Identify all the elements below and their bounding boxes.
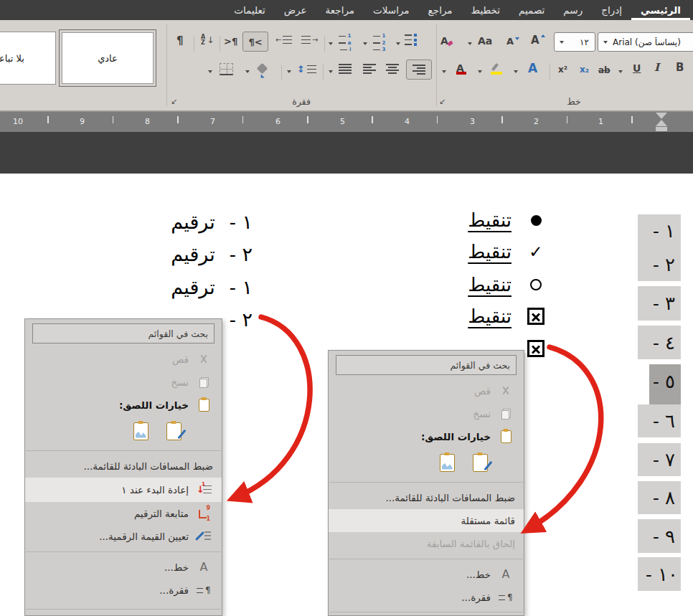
- tab-help[interactable]: تعليمات: [225, 0, 274, 20]
- font-dialog-launcher[interactable]: ↙: [439, 97, 446, 106]
- shading-dropdown[interactable]: [245, 70, 250, 73]
- tab-design[interactable]: تصميم: [509, 0, 554, 20]
- side-number-item[interactable]: ٢ -: [638, 247, 681, 281]
- menu-item-adjust-list-indents[interactable]: ضبط المسافات البادئة للقائمة...: [329, 486, 524, 509]
- menu-item-join-previous-list[interactable]: إلحاق بالقائمة السابقة: [329, 532, 524, 555]
- shading-button[interactable]: [257, 63, 268, 75]
- menu-item-paragraph[interactable]: فقرة...: [25, 579, 222, 602]
- menu-search-input[interactable]: [32, 323, 214, 343]
- menu-item-continue-numbering[interactable]: 1 متابعة الترقيم: [25, 502, 222, 525]
- highlight-button[interactable]: [491, 63, 502, 75]
- grow-font-button[interactable]: A: [531, 34, 539, 47]
- right-arrow-icon: →: [312, 36, 318, 44]
- tab-home[interactable]: الرئيسي: [631, 0, 690, 20]
- text-effects-button[interactable]: A: [528, 61, 537, 75]
- side-number-item[interactable]: ٣ -: [638, 286, 681, 321]
- font-color-button[interactable]: A: [456, 62, 464, 74]
- numbered-list-item[interactable]: ٢ - ترقيم: [171, 243, 253, 265]
- bullet-list-item[interactable]: تنقيط: [468, 274, 547, 295]
- menu-item-cut[interactable]: قص: [329, 379, 524, 402]
- line-spacing-button[interactable]: ↕: [297, 64, 316, 75]
- menu-item-copy[interactable]: نسخ: [25, 371, 222, 394]
- show-marks-button[interactable]: ¶: [176, 34, 184, 47]
- clear-formatting-button[interactable]: A: [440, 35, 448, 47]
- tab-references[interactable]: مراجع: [419, 0, 462, 20]
- numbered-list-item[interactable]: ١ - ترقيم: [171, 211, 253, 233]
- rtl-direction-button[interactable]: ¶<: [242, 32, 268, 52]
- side-number-item[interactable]: ٤ -: [638, 326, 681, 359]
- highlight-dropdown[interactable]: [478, 70, 482, 73]
- tab-layout[interactable]: تخطيط: [462, 0, 509, 20]
- menu-item-separate-list[interactable]: قائمة مستقلة: [329, 509, 524, 532]
- borders-button[interactable]: [220, 63, 233, 75]
- side-number-item-selected[interactable]: ٥ -: [638, 364, 681, 399]
- bullet-list-dropdown[interactable]: [396, 42, 400, 45]
- bullet-list-button[interactable]: [405, 34, 417, 46]
- increase-indent-button[interactable]: →: [301, 36, 318, 44]
- align-left-button[interactable]: [363, 64, 376, 74]
- underline-button[interactable]: U: [633, 62, 641, 74]
- decrease-indent-button[interactable]: ←: [275, 36, 292, 44]
- menu-item-cut[interactable]: قص: [25, 348, 222, 371]
- change-case-button[interactable]: Aa: [478, 35, 492, 47]
- borders-dropdown[interactable]: [208, 70, 212, 73]
- underline-dropdown[interactable]: [618, 70, 623, 73]
- paste-picture-button[interactable]: [436, 450, 458, 475]
- first-line-indent-marker[interactable]: [656, 113, 667, 119]
- tab-view[interactable]: عرض: [275, 0, 316, 20]
- line-spacing-dropdown[interactable]: [287, 70, 291, 73]
- menu-item-paragraph[interactable]: فقرة...: [329, 586, 524, 609]
- tab-mailings[interactable]: مراسلات: [364, 0, 419, 20]
- change-case-dropdown[interactable]: [468, 42, 472, 45]
- font-size-combobox[interactable]: ١٢: [554, 32, 595, 52]
- font-name-combobox[interactable]: Arial (نص أساسي): [598, 32, 693, 52]
- menu-item-adjust-list-indents[interactable]: ضبط المسافات البادئة للقائمة...: [25, 455, 222, 478]
- subscript-button[interactable]: x₂: [580, 65, 589, 75]
- italic-button[interactable]: I: [654, 61, 659, 74]
- font-letter-icon: [194, 561, 213, 573]
- side-number-item[interactable]: ٨ -: [638, 481, 681, 514]
- menu-item-copy[interactable]: نسخ: [329, 402, 524, 425]
- shrink-font-button[interactable]: A: [506, 36, 514, 47]
- text-effects-dropdown[interactable]: [514, 70, 518, 73]
- multilevel-list-button[interactable]: [339, 34, 351, 52]
- bold-button[interactable]: B: [676, 61, 684, 74]
- side-number-item[interactable]: ٩ -: [638, 519, 681, 553]
- paste-picture-button[interactable]: [130, 419, 151, 443]
- strikethrough-button[interactable]: ab: [598, 65, 610, 75]
- numbered-list-button[interactable]: [373, 34, 385, 52]
- tab-draw[interactable]: رسم: [554, 0, 592, 20]
- numbered-list-item[interactable]: ١ - ترقيم: [171, 276, 253, 298]
- multilevel-list-dropdown[interactable]: [329, 42, 333, 45]
- paste-keep-formatting-button[interactable]: [163, 419, 184, 443]
- left-indent-marker[interactable]: [656, 127, 667, 131]
- paste-keep-formatting-button[interactable]: [469, 450, 491, 475]
- numbered-list-dropdown[interactable]: [363, 42, 367, 45]
- style-no-spacing[interactable]: بلا تباعد: [0, 32, 56, 85]
- paragraph-dialog-launcher[interactable]: ↙: [171, 97, 177, 106]
- menu-item-set-numbering-value[interactable]: تعيين القيمة الرقمية...: [25, 525, 222, 548]
- menu-item-restart-at-1[interactable]: 1 إعادة البدء عند ١: [25, 478, 222, 502]
- bullet-list-item[interactable]: تنقيط: [468, 305, 547, 327]
- superscript-button[interactable]: x²: [558, 65, 567, 75]
- align-right-button[interactable]: [406, 60, 432, 80]
- menu-item-font[interactable]: خط...: [329, 563, 524, 586]
- hanging-indent-marker[interactable]: [656, 120, 667, 126]
- side-number-item[interactable]: ١٠ -: [638, 557, 681, 591]
- side-number-item[interactable]: ٦ -: [638, 404, 681, 437]
- bullet-list-item[interactable]: تنقيط: [468, 209, 547, 231]
- sort-button[interactable]: AZ ↓: [201, 34, 214, 46]
- tab-insert[interactable]: إدراج: [592, 0, 631, 20]
- style-normal[interactable]: عادي: [59, 29, 156, 87]
- side-number-item[interactable]: ٧ -: [638, 443, 681, 476]
- menu-search-input[interactable]: [336, 355, 517, 375]
- tab-review[interactable]: مراجعة: [316, 0, 364, 20]
- align-center-button[interactable]: [386, 64, 399, 74]
- justify-dropdown[interactable]: [329, 70, 333, 73]
- ltr-direction-button[interactable]: >¶: [224, 36, 237, 47]
- menu-item-font[interactable]: خط...: [25, 556, 222, 579]
- bullet-list-item[interactable]: ✓ تنقيط: [468, 241, 547, 262]
- font-color-dropdown[interactable]: [442, 70, 446, 73]
- justify-button[interactable]: [339, 64, 352, 74]
- side-number-item[interactable]: ١ -: [638, 214, 681, 247]
